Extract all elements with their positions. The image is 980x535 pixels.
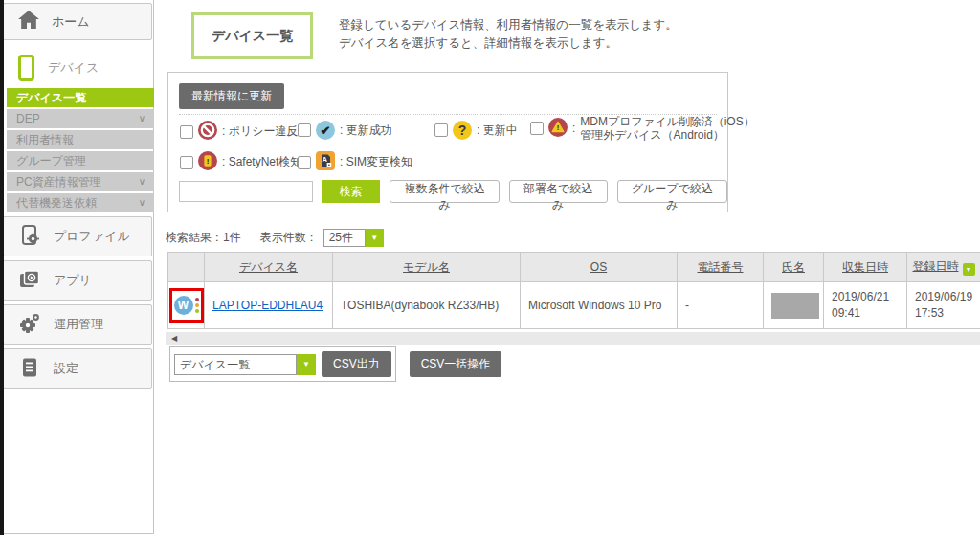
page-size-select[interactable]: 25件	[323, 229, 366, 247]
sidebar-item-device-list[interactable]: デバイス一覧	[7, 88, 154, 107]
sidebar-item-replacement-request[interactable]: 代替機発送依頼 ∨	[7, 193, 154, 212]
sidebar-lower-sections: プロファイル アプリ	[0, 216, 153, 389]
registered-column-header: 登録日時▼	[907, 253, 980, 282]
redacted-name-box	[771, 293, 819, 319]
status-filter-update-success: ✔ : 更新成功	[298, 121, 392, 140]
page-size-dropdown-arrow-icon[interactable]: ▼	[366, 229, 384, 247]
multi-condition-filter-button[interactable]: 複数条件で絞込み	[390, 180, 499, 203]
name-sort-link[interactable]: 氏名	[782, 260, 805, 274]
export-type-select[interactable]: デバイス一覧	[174, 354, 297, 375]
red-highlight-box: W	[169, 288, 204, 323]
home-icon	[18, 11, 39, 33]
search-result-count: 検索結果：1件	[166, 230, 241, 246]
registered-sort-link[interactable]: 登録日時	[913, 259, 959, 273]
updating-checkbox[interactable]	[434, 123, 448, 137]
sidebar: ホーム デバイス デバイス一覧 DEP ∨ 利用者情報 グループ管理 PC資産情…	[0, 0, 154, 534]
phone-sort-link[interactable]: 電話番号	[698, 260, 744, 274]
sidebar-item-home[interactable]: ホーム	[3, 3, 152, 40]
model-name-sort-link[interactable]: モデル名	[403, 260, 450, 274]
results-bar: 検索結果：1件 表示件数： 25件 ▼	[166, 229, 384, 247]
status-filter-updating: ? : 更新中	[434, 121, 518, 140]
apps-icon	[18, 268, 41, 294]
policy-violation-label: : ポリシー違反	[222, 123, 299, 140]
status-filter-policy-violation: : ポリシー違反	[180, 121, 299, 143]
svg-text:!: !	[557, 123, 560, 132]
sidebar-item-user-info[interactable]: 利用者情報	[7, 130, 154, 149]
collected-date: 2019/06/21	[832, 289, 899, 305]
device-name-sort-link[interactable]: デバイス名	[239, 260, 298, 274]
phone-column-header: 電話番号	[678, 253, 764, 282]
mdm-removed-warning-icon: !	[548, 118, 568, 140]
os-column-header: OS	[521, 253, 678, 282]
sidebar-settings-label: 設定	[54, 360, 78, 377]
mdm-removed-checkbox[interactable]	[530, 122, 544, 135]
sidebar-profile-label: プロファイル	[54, 228, 130, 245]
safetynet-checkbox[interactable]	[180, 156, 193, 169]
sim-change-label: : SIM変更検知	[340, 154, 412, 170]
status-filter-sim-change: A : SIM変更検知	[298, 151, 412, 173]
name-cell	[764, 282, 824, 329]
mdm-removed-label: MDMプロファイル削除済（iOS） 管理外デバイス（Android）	[580, 115, 754, 142]
menu-label: デバイス一覧	[16, 91, 86, 104]
sidebar-item-dep[interactable]: DEP ∨	[7, 109, 154, 128]
sidebar-item-pc-asset[interactable]: PC資産情報管理 ∨	[7, 172, 154, 191]
sidebar-dark-edge	[0, 0, 4, 535]
collected-cell: 2019/06/21 09:41	[824, 282, 907, 329]
model-name-cell: TOSHIBA(dynabook RZ33/HB)	[333, 282, 521, 329]
svg-text:!: !	[207, 157, 210, 166]
search-row: 検索 複数条件で絞込み 部署名で絞込み グループで絞込み	[179, 180, 727, 203]
svg-text:A: A	[322, 155, 327, 164]
device-management-app: ホーム デバイス デバイス一覧 DEP ∨ 利用者情報 グループ管理 PC資産情…	[0, 0, 980, 535]
safetynet-alert-icon: !	[198, 151, 217, 173]
page-description-line2: デバイス名を選択すると、詳細情報を表示します。	[339, 34, 678, 53]
csv-export-button[interactable]: CSV出力	[322, 351, 391, 377]
collected-column-header: 収集日時	[824, 253, 907, 282]
search-input[interactable]	[179, 181, 313, 202]
mdm-removed-colon: :	[572, 122, 575, 135]
policy-violation-checkbox[interactable]	[180, 125, 193, 139]
device-icon	[18, 55, 34, 81]
model-name-column-header: モデル名	[333, 253, 521, 282]
page-size-label: 表示件数：	[260, 230, 318, 246]
chevron-down-icon: ∨	[139, 109, 145, 128]
menu-label: グループ管理	[16, 154, 86, 167]
footer-bar: デバイス一覧 ▼ CSV出力 CSV一括操作	[169, 346, 501, 382]
menu-label: PC資産情報管理	[16, 175, 101, 189]
csv-bulk-operation-button[interactable]: CSV一括操作	[410, 351, 502, 377]
profile-icon	[18, 224, 41, 250]
sidebar-item-group-management[interactable]: グループ管理	[7, 151, 154, 170]
department-filter-button[interactable]: 部署名で絞込み	[509, 180, 608, 203]
sidebar-section-device: デバイス	[3, 53, 153, 83]
os-cell: Microsoft Windows 10 Pro	[521, 282, 678, 329]
group-filter-button[interactable]: グループで絞込み	[617, 180, 727, 203]
horizontal-scrollbar[interactable]: ◀	[166, 332, 980, 345]
sidebar-item-profile[interactable]: プロファイル	[3, 216, 152, 256]
page-description-line1: 登録しているデバイス情報、利用者情報の一覧を表示します。	[339, 16, 678, 34]
safetynet-label: : SafetyNet検知	[222, 154, 301, 170]
device-status-cell: W	[168, 282, 205, 329]
search-button[interactable]: 検索	[322, 180, 380, 203]
menu-label: DEP	[16, 112, 40, 125]
sim-change-checkbox[interactable]	[298, 156, 311, 169]
registered-cell: 2019/06/19 17:53	[907, 282, 980, 329]
sidebar-item-settings[interactable]: 設定	[3, 348, 152, 389]
device-name-link[interactable]: LAPTOP-EDDHLAU4	[212, 299, 323, 312]
os-sort-link[interactable]: OS	[590, 260, 607, 274]
mdm-removed-label-line1: MDMプロファイル削除済（iOS）	[580, 115, 754, 128]
status-icon-column-header	[168, 253, 205, 282]
sort-desc-icon[interactable]: ▼	[963, 263, 975, 276]
table-header-row: デバイス名 モデル名 OS 電話番号 氏名 収集日時 登録日時▼	[168, 253, 980, 282]
sidebar-item-operations[interactable]: 運用管理	[3, 304, 152, 345]
name-column-header: 氏名	[764, 253, 824, 282]
sidebar-item-apps[interactable]: アプリ	[3, 260, 152, 301]
status-filter-mdm-removed: ! : MDMプロファイル削除済（iOS） 管理外デバイス（Android）	[530, 115, 755, 142]
export-type-dropdown-arrow-icon[interactable]: ▼	[297, 354, 316, 375]
update-success-checkbox[interactable]	[298, 123, 311, 137]
status-dot-orange	[195, 303, 199, 307]
status-filter-safetynet: ! : SafetyNet検知	[180, 151, 301, 173]
refresh-button[interactable]: 最新情報に更新	[179, 83, 284, 109]
scroll-left-arrow-icon[interactable]: ◀	[171, 332, 177, 345]
updating-icon: ?	[453, 121, 472, 140]
filter-panel: 最新情報に更新 : ポリシー違反 ✔ : 更新成功	[167, 72, 728, 212]
collected-sort-link[interactable]: 収集日時	[842, 260, 888, 274]
